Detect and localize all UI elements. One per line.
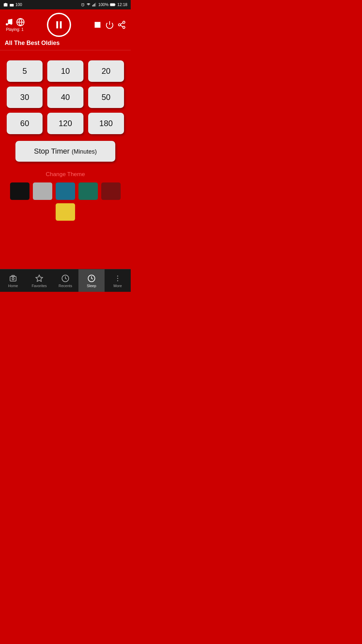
music-icon — [5, 18, 13, 26]
photo-icon — [3, 2, 8, 7]
nav-recents-label: Recents — [59, 284, 72, 288]
share-icon — [117, 20, 126, 29]
power-button[interactable] — [105, 20, 114, 29]
nav-home-label: Home — [8, 284, 18, 288]
player-header: Playing: 1 All The Best Oldies — [0, 9, 131, 50]
svg-rect-16 — [95, 22, 100, 28]
globe-button[interactable] — [16, 18, 25, 26]
svg-rect-1 — [10, 4, 14, 7]
timer-btn-180[interactable]: 180 — [88, 113, 124, 134]
svg-rect-8 — [115, 4, 115, 5]
svg-line-22 — [120, 23, 123, 24]
nav-home[interactable]: Home — [0, 269, 26, 292]
svg-rect-4 — [94, 4, 94, 6]
nav-sleep-label: Sleep — [87, 284, 96, 288]
alarm-icon — [81, 3, 85, 7]
signal-icon — [92, 2, 97, 7]
main-content: 5 10 20 30 40 50 60 120 180 Stop Timer (… — [0, 50, 131, 269]
battery-icon — [110, 3, 116, 7]
player-right-section — [93, 20, 126, 29]
svg-rect-5 — [95, 4, 95, 7]
theme-swatch-black[interactable] — [10, 182, 29, 200]
status-bar: 100 100% 12:18 — [0, 0, 131, 9]
status-right: 100% 12:18 — [81, 2, 127, 7]
music-button[interactable] — [5, 18, 13, 26]
nav-more-label: More — [113, 284, 122, 288]
stop-timer-sublabel: (Minutes) — [72, 148, 97, 155]
status-time: 12:18 — [117, 2, 127, 7]
timer-btn-30[interactable]: 30 — [7, 87, 43, 108]
change-theme-label: Change Theme — [46, 171, 85, 178]
theme-color-picker — [7, 182, 124, 221]
timer-btn-50[interactable]: 50 — [88, 87, 124, 108]
radio-icon — [9, 2, 14, 7]
star-icon — [35, 274, 43, 282]
svg-point-0 — [5, 4, 6, 5]
globe-icon — [16, 18, 25, 26]
theme-swatch-blue[interactable] — [56, 182, 75, 200]
svg-point-29 — [117, 275, 118, 276]
theme-swatch-teal[interactable] — [78, 182, 98, 200]
stop-timer-label: Stop Timer — [34, 147, 69, 155]
bottom-nav: Home Favorites Recents Sleep More — [0, 269, 131, 292]
svg-point-19 — [118, 24, 121, 26]
timer-btn-10[interactable]: 10 — [47, 60, 83, 82]
status-number: 100 — [15, 2, 22, 7]
home-icon — [9, 274, 17, 282]
timer-btn-40[interactable]: 40 — [47, 87, 83, 108]
svg-rect-23 — [10, 276, 16, 281]
theme-swatch-yellow[interactable] — [56, 203, 75, 221]
power-icon — [105, 20, 114, 29]
timer-btn-60[interactable]: 60 — [7, 113, 43, 134]
recents-icon — [61, 274, 69, 282]
theme-swatch-darkred[interactable] — [101, 182, 121, 200]
wifi-icon — [86, 2, 91, 7]
svg-rect-14 — [56, 21, 58, 28]
pause-button[interactable] — [47, 13, 71, 37]
svg-point-18 — [123, 21, 125, 23]
svg-rect-15 — [60, 21, 62, 28]
playing-label: Playing: 1 — [6, 27, 24, 32]
svg-rect-6 — [96, 3, 96, 6]
more-icon — [114, 274, 122, 282]
nav-recents[interactable]: Recents — [52, 269, 78, 292]
station-title: All The Best Oldies — [5, 40, 60, 47]
svg-point-10 — [6, 23, 8, 25]
svg-point-31 — [117, 280, 118, 281]
timer-grid: 5 10 20 30 40 50 60 120 180 — [7, 60, 124, 134]
svg-point-24 — [12, 278, 14, 280]
stop-button[interactable] — [93, 20, 102, 29]
player-controls-row: Playing: 1 — [5, 13, 126, 37]
stop-icon — [93, 20, 102, 29]
svg-point-20 — [123, 26, 125, 29]
nav-sleep[interactable]: Sleep — [78, 269, 105, 292]
svg-rect-9 — [110, 4, 115, 6]
status-left: 100 — [3, 2, 22, 7]
theme-swatch-gray[interactable] — [33, 182, 52, 200]
timer-btn-20[interactable]: 20 — [88, 60, 124, 82]
svg-marker-26 — [36, 275, 43, 281]
nav-more[interactable]: More — [105, 269, 131, 292]
stop-timer-button[interactable]: Stop Timer (Minutes) — [15, 141, 115, 162]
svg-point-30 — [117, 278, 118, 279]
share-button[interactable] — [117, 20, 126, 29]
nav-favorites[interactable]: Favorites — [26, 269, 52, 292]
nav-favorites-label: Favorites — [32, 284, 47, 288]
battery-level: 100% — [98, 2, 109, 7]
pause-icon — [54, 19, 64, 30]
timer-btn-5[interactable]: 5 — [7, 60, 43, 82]
player-left-section: Playing: 1 — [5, 18, 25, 32]
sleep-icon — [87, 274, 96, 282]
svg-rect-3 — [93, 5, 93, 6]
timer-btn-120[interactable]: 120 — [47, 113, 83, 134]
svg-point-11 — [10, 22, 12, 25]
svg-line-21 — [120, 25, 123, 27]
